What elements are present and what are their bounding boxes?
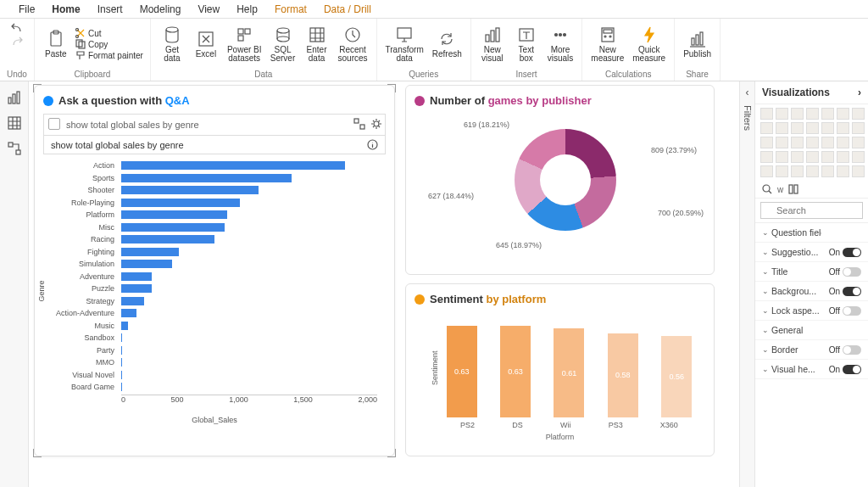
copy-button[interactable]: Copy <box>75 39 143 49</box>
crop-handle[interactable] <box>387 84 396 92</box>
bar[interactable] <box>121 210 227 219</box>
toggle-switch[interactable]: Off <box>829 306 861 316</box>
toggle-switch[interactable]: Off <box>829 345 861 355</box>
viz-type-icon[interactable] <box>791 165 804 177</box>
column-bar[interactable]: 0.61 <box>554 328 584 417</box>
qa-suggestion[interactable]: show total global sales by genre <box>43 136 386 154</box>
bar[interactable] <box>121 284 152 293</box>
viz-type-icon[interactable] <box>776 151 788 163</box>
recent-sources-button[interactable]: Recent sources <box>337 25 370 64</box>
report-canvas[interactable]: Ask a question with Q&A ⋯ show total glo… <box>29 81 739 487</box>
viz-type-icon[interactable] <box>760 108 773 120</box>
crop-handle[interactable] <box>33 84 42 92</box>
qa-card[interactable]: Ask a question with Q&A ⋯ show total glo… <box>34 85 395 456</box>
paste-button[interactable]: Paste <box>42 30 70 59</box>
viz-type-icon[interactable] <box>776 165 788 177</box>
column-bar[interactable]: 0.63 <box>447 326 477 417</box>
toggle-switch[interactable]: On <box>829 248 861 257</box>
sentiment-card[interactable]: Sentiment by platform Sentiment 0.630.63… <box>405 283 715 456</box>
viz-type-icon[interactable] <box>821 108 834 120</box>
transform-data-button[interactable]: Transform data <box>384 25 426 64</box>
refresh-button[interactable]: Refresh <box>431 30 464 59</box>
viz-type-icon[interactable] <box>821 165 834 177</box>
viz-type-icon[interactable] <box>806 122 819 134</box>
bar[interactable] <box>121 383 122 391</box>
viz-type-icon[interactable] <box>791 137 804 148</box>
model-view-icon[interactable] <box>7 141 22 156</box>
format-property[interactable]: ⌄ TitleOff <box>755 262 868 282</box>
quick-measure-button[interactable]: Quick measure <box>631 25 667 64</box>
toggle-switch[interactable]: Off <box>829 267 861 277</box>
format-icon[interactable] <box>788 184 798 194</box>
viz-type-icon[interactable] <box>806 165 819 177</box>
powerbi-datasets-button[interactable]: Power BI datasets <box>225 25 264 64</box>
viz-type-icon[interactable] <box>852 108 865 120</box>
search-icon[interactable] <box>762 184 772 194</box>
sql-server-button[interactable]: SQL Server <box>269 25 298 64</box>
menu-data-drill[interactable]: Data / Drill <box>315 1 380 18</box>
bar[interactable] <box>121 346 122 355</box>
format-property[interactable]: ⌄ BorderOff <box>755 340 868 360</box>
bar[interactable] <box>121 235 214 244</box>
viz-type-icon[interactable] <box>806 108 819 120</box>
menu-help[interactable]: Help <box>228 1 266 18</box>
fields-tab[interactable]: w <box>777 185 783 194</box>
bar[interactable] <box>121 272 152 281</box>
format-property[interactable]: ⌄ Lock aspe...Off <box>755 301 868 321</box>
viz-type-icon[interactable] <box>837 165 849 177</box>
toggle-switch[interactable]: On <box>829 287 861 296</box>
bar[interactable] <box>121 223 225 232</box>
enter-data-button[interactable]: Enter data <box>303 25 331 64</box>
viz-type-icon[interactable] <box>791 151 804 163</box>
cut-button[interactable]: Cut <box>75 28 143 38</box>
viz-type-icon[interactable] <box>852 137 865 148</box>
menu-format[interactable]: Format <box>266 1 315 18</box>
publisher-card[interactable]: Number of games by publisher 809 (23.79%… <box>405 85 715 275</box>
new-visual-button[interactable]: New visual <box>478 25 507 64</box>
viz-type-icon[interactable] <box>821 122 834 134</box>
viz-type-icon[interactable] <box>837 137 849 148</box>
gear-icon[interactable] <box>370 118 382 130</box>
expand-icon[interactable] <box>353 118 365 130</box>
new-measure-button[interactable]: New measure <box>589 25 626 64</box>
viz-type-icon[interactable] <box>837 151 849 163</box>
get-data-button[interactable]: Get data <box>158 25 186 64</box>
filters-collapsed-pane[interactable]: ‹ Filters <box>739 81 754 487</box>
menu-insert[interactable]: Insert <box>89 1 131 18</box>
qa-input[interactable] <box>43 114 386 136</box>
data-view-icon[interactable] <box>7 115 22 131</box>
viz-type-icon[interactable] <box>806 151 819 163</box>
viz-type-icon[interactable] <box>821 137 834 148</box>
bar[interactable] <box>121 358 122 367</box>
format-property[interactable]: ⌄ General <box>755 321 868 340</box>
viz-type-icon[interactable] <box>806 137 819 148</box>
menu-view[interactable]: View <box>189 1 228 18</box>
undo-icon[interactable] <box>10 22 24 34</box>
bar[interactable] <box>121 297 144 305</box>
column-bar[interactable]: 0.63 <box>500 326 531 417</box>
viz-type-icon[interactable] <box>776 137 788 148</box>
viz-type-icon[interactable] <box>760 151 773 163</box>
viz-type-icon[interactable] <box>837 108 849 120</box>
viz-type-icon[interactable] <box>760 122 773 134</box>
crop-handle[interactable] <box>33 449 42 457</box>
format-property[interactable]: ⌄ Backgrou...On <box>755 282 868 301</box>
bar[interactable] <box>121 371 122 379</box>
viz-search-input[interactable] <box>760 202 863 219</box>
viz-type-icon[interactable] <box>776 122 788 134</box>
format-property[interactable]: ⌄ Visual he...On <box>755 360 868 379</box>
bar[interactable] <box>121 333 122 342</box>
toggle-switch[interactable]: On <box>829 365 861 374</box>
more-visuals-button[interactable]: More visuals <box>546 25 576 64</box>
bar[interactable] <box>121 260 172 268</box>
chevron-right-icon[interactable]: › <box>858 87 861 98</box>
chevron-left-icon[interactable]: ‹ <box>746 87 749 98</box>
menu-file[interactable]: File <box>10 1 43 18</box>
bar[interactable] <box>121 309 136 317</box>
redo-icon[interactable] <box>10 36 24 48</box>
format-property[interactable]: ⌄ Suggestio...On <box>755 243 868 262</box>
bar[interactable] <box>121 322 128 330</box>
info-icon[interactable] <box>367 139 378 150</box>
viz-type-icon[interactable] <box>852 165 865 177</box>
column-bar[interactable]: 0.56 <box>661 336 692 417</box>
